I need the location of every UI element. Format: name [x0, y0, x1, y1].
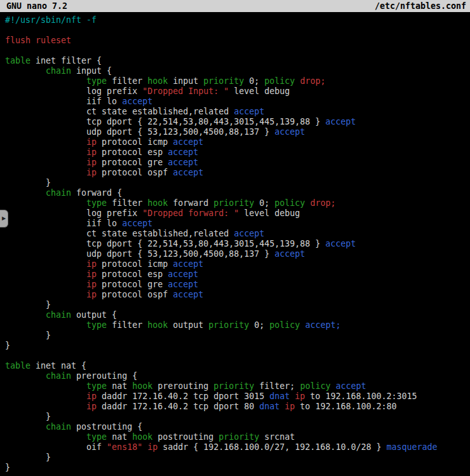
- code-line: type filter hook forward priority 0; pol…: [5, 198, 470, 208]
- code-line: oif "ens18" ip saddr { 192.168.100.0/27,…: [5, 442, 470, 452]
- code-line: type nat hook prerouting priority filter…: [5, 381, 470, 391]
- code-line: ip protocol gre accept: [5, 280, 470, 290]
- code-line: iif lo accept: [5, 219, 470, 229]
- chevron-right-icon: ▶: [2, 216, 6, 221]
- code-line: table inet nat {: [5, 361, 470, 371]
- nano-titlebar: GNU nano 7.2 /etc/nftables.conf: [0, 0, 470, 12]
- code-line: tcp dport { 22,514,53,80,443,3015,445,13…: [5, 117, 470, 127]
- code-line: tcp dport { 22,514,53,80,443,3015,445,13…: [5, 239, 470, 249]
- code-line: }: [5, 178, 470, 188]
- code-line: iif lo accept: [5, 97, 470, 107]
- code-line: }: [5, 412, 470, 422]
- code-line: type nat hook postrouting priority srcna…: [5, 432, 470, 442]
- code-line: ip protocol gre accept: [5, 158, 470, 168]
- code-line: ct state established,related accept: [5, 107, 470, 117]
- terminal-screen: GNU nano 7.2 /etc/nftables.conf #!/usr/s…: [0, 0, 470, 476]
- code-line: }: [5, 463, 470, 473]
- file-path-label: /etc/nftables.conf: [375, 1, 466, 11]
- code-line: flush ruleset: [5, 36, 470, 46]
- code-line: ip protocol ospf accept: [5, 290, 470, 300]
- code-line: ip protocol esp accept: [5, 147, 470, 158]
- code-line: }: [5, 341, 470, 351]
- code-line: }: [5, 452, 470, 463]
- code-line: ip daddr 172.16.40.2 tcp dport 80 dnat i…: [5, 402, 470, 412]
- code-line: type filter hook output priority 0; poli…: [5, 320, 470, 330]
- code-line: chain forward {: [5, 188, 470, 198]
- code-line: chain prerouting {: [5, 371, 470, 381]
- editor-text-area[interactable]: #!/usr/sbin/nft -fflush rulesettable ine…: [0, 12, 470, 473]
- code-line: [5, 351, 470, 361]
- code-line: [5, 25, 470, 36]
- code-line: ip protocol esp accept: [5, 269, 470, 280]
- app-version-label: GNU nano 7.2: [6, 1, 67, 11]
- code-line: log prefix "Dropped Input: " level debug: [5, 86, 470, 97]
- code-line: udp dport { 53,123,500,4500,88,137 } acc…: [5, 127, 470, 137]
- code-line: #!/usr/sbin/nft -f: [5, 15, 470, 25]
- code-line: ip protocol icmp accept: [5, 259, 470, 269]
- code-line: }: [5, 330, 470, 341]
- code-line: ct state established,related accept: [5, 229, 470, 239]
- code-line: ip protocol ospf accept: [5, 168, 470, 178]
- code-line: chain input {: [5, 66, 470, 76]
- code-line: chain output {: [5, 310, 470, 320]
- code-line: log prefix "Dropped forward: " level deb…: [5, 208, 470, 219]
- code-line: ip daddr 172.16.40.2 tcp dport 3015 dnat…: [5, 391, 470, 402]
- code-line: [5, 46, 470, 56]
- code-line: udp dport { 53,123,500,4500,88,137 } acc…: [5, 249, 470, 259]
- side-panel-toggle-button[interactable]: ▶: [0, 210, 8, 228]
- code-line: ip protocol icmp accept: [5, 137, 470, 147]
- code-line: table inet filter {: [5, 56, 470, 66]
- code-line: }: [5, 300, 470, 310]
- code-line: type filter hook input priority 0; polic…: [5, 76, 470, 86]
- code-line: chain postrouting {: [5, 422, 470, 432]
